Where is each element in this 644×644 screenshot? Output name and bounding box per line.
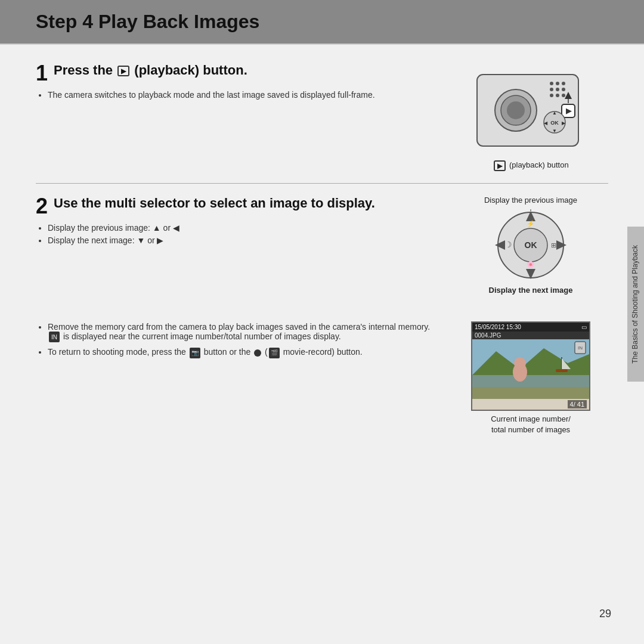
step2-number: 2 — [36, 196, 48, 217]
step2-heading: 2 Use the multi selector to select an im… — [36, 196, 435, 217]
screen-content: IN 4/ 41 — [472, 339, 589, 410]
movie-record-icon: 🎬 — [269, 348, 280, 358]
playback-inline-icon: ▶ — [117, 66, 129, 76]
svg-text:▼: ▼ — [552, 128, 557, 134]
svg-point-9 — [562, 88, 565, 91]
camera-mode-icon: 📷 — [190, 348, 200, 358]
label-next: Display the next image — [489, 286, 573, 295]
step1-heading-text: Press the ▶ (playback) button. — [54, 63, 247, 78]
screen-image: IN — [472, 339, 589, 399]
screen-date: 15/05/2012 15:30 — [475, 324, 521, 330]
page-title: Step 4 Play Back Images — [36, 11, 259, 32]
svg-text:OK: OK — [550, 120, 559, 126]
section1-right: ▶ OK ▲ ▼ ◀ ▶ — [453, 63, 608, 171]
svg-text:☽: ☽ — [504, 240, 512, 249]
svg-point-12 — [562, 94, 565, 97]
svg-point-6 — [562, 82, 565, 85]
svg-text:IN: IN — [578, 345, 583, 351]
svg-rect-42 — [556, 369, 568, 372]
section3-right: 15/05/2012 15:30 ▭ 0004.JPG — [453, 318, 608, 435]
svg-text:◀: ◀ — [544, 120, 548, 126]
svg-text:▲: ▲ — [552, 110, 557, 116]
step2-bullets: Display the previous image: ▲ or ◀ Displ… — [48, 223, 435, 245]
screen-counter: 4/ 41 — [568, 400, 587, 408]
svg-text:⚡: ⚡ — [527, 219, 535, 228]
step3-bullet1: Remove the memory card from the camera t… — [48, 322, 435, 342]
page-container: Step 4 Play Back Images The Basics of Sh… — [0, 0, 644, 644]
section3-left: Remove the memory card from the camera t… — [36, 318, 453, 435]
memory-icon: IN — [49, 332, 60, 342]
svg-point-39 — [514, 357, 526, 369]
svg-text:🌸: 🌸 — [527, 260, 535, 268]
section2-right: Display the previous image OK — [453, 196, 608, 295]
step3-bullet2: To return to shooting mode, press the 📷 … — [48, 347, 435, 358]
screen-preview: 15/05/2012 15:30 ▭ 0004.JPG — [471, 321, 590, 411]
screen-filename: 0004.JPG — [472, 332, 589, 339]
svg-text:OK: OK — [525, 240, 537, 250]
main-content: 1 Press the ▶ (playback) button. The cam… — [0, 45, 644, 453]
multi-selector-diagram: OK ☽ ⊞ ⚡ 🌸 — [489, 206, 572, 284]
svg-text:▶: ▶ — [562, 120, 566, 126]
svg-point-10 — [550, 94, 553, 97]
page-number: 29 — [599, 608, 611, 620]
section1: 1 Press the ▶ (playback) button. The cam… — [36, 63, 608, 184]
svg-point-4 — [550, 82, 553, 85]
svg-point-5 — [556, 82, 559, 85]
step1-number: 1 — [36, 63, 48, 84]
camera-diagram: ▶ OK ▲ ▼ ◀ ▶ — [471, 63, 590, 158]
svg-point-7 — [550, 88, 553, 91]
movie-record-circle — [254, 349, 261, 357]
step2-heading-text: Use the multi selector to select an imag… — [54, 196, 375, 211]
svg-point-8 — [556, 88, 559, 91]
svg-point-3 — [507, 101, 525, 119]
screen-battery: ▭ — [581, 324, 587, 330]
svg-text:⊞: ⊞ — [551, 242, 556, 249]
screen-label: Current image number/ total number of im… — [491, 414, 571, 435]
section2: 2 Use the multi selector to select an im… — [36, 196, 608, 306]
header-bar: Step 4 Play Back Images — [0, 0, 644, 45]
svg-point-11 — [556, 94, 559, 97]
section1-left: 1 Press the ▶ (playback) button. The cam… — [36, 63, 453, 171]
playback-icon: ▶ — [494, 160, 506, 171]
svg-text:▶: ▶ — [566, 107, 572, 115]
screen-info-bar: 15/05/2012 15:30 ▭ — [472, 323, 589, 332]
step2-bullet1: Display the previous image: ▲ or ◀ — [48, 223, 435, 233]
svg-rect-37 — [472, 375, 589, 387]
side-tab-label: The Basics of Shooting and Playback — [631, 245, 640, 364]
step1-bullet1: The camera switches to playback mode and… — [48, 90, 435, 100]
side-tab: The Basics of Shooting and Playback — [627, 227, 644, 382]
step3-bullets: Remove the memory card from the camera t… — [48, 322, 435, 358]
section2-left: 2 Use the multi selector to select an im… — [36, 196, 453, 295]
step1-bullets: The camera switches to playback mode and… — [48, 90, 435, 100]
step2-bullet2: Display the next image: ▼ or ▶ — [48, 236, 435, 245]
step1-heading: 1 Press the ▶ (playback) button. — [36, 63, 435, 84]
playback-button-label: ▶ (playback) button — [493, 160, 568, 171]
label-previous: Display the previous image — [484, 196, 577, 205]
section3: Remove the memory card from the camera t… — [36, 318, 608, 435]
